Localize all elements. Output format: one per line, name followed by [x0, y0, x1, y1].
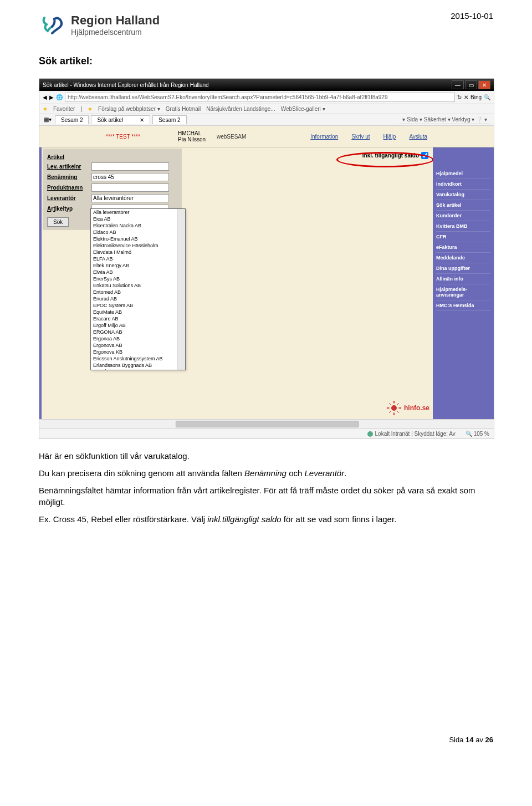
input-produktnamn[interactable] — [91, 183, 169, 192]
label-produktnamn: Produktnamn — [47, 185, 91, 191]
tab-0[interactable]: Sesam 2 — [55, 115, 89, 124]
window-title: Sök artikel - Windows Internet Explorer … — [43, 82, 209, 88]
leverantor-dropdown[interactable]: Alla leverantörerEica ABElcentralen Nack… — [90, 208, 186, 370]
leverantor-option[interactable]: Esshå Elagentur AB — [91, 369, 185, 370]
sidebar-item[interactable]: HMC:s Hemsida — [436, 300, 490, 311]
hinfo-icon — [386, 400, 402, 416]
close-button[interactable]: ✕ — [478, 80, 490, 89]
link-skrivut[interactable]: Skriv ut — [351, 134, 370, 140]
search-engine[interactable]: Bing — [470, 94, 482, 100]
leverantor-option[interactable]: Elevdata i Malmö — [91, 249, 185, 256]
label-lev-artikelnr: Lev. artikelnr — [47, 164, 91, 170]
para-2: Du kan precisera din sökning genom att a… — [39, 467, 493, 479]
leverantor-option[interactable]: ELFA AB — [91, 256, 185, 262]
tab-group-icon[interactable]: ▦▾ — [43, 115, 53, 124]
section-title: Sök artikel: — [39, 55, 493, 67]
svg-point-0 — [391, 405, 397, 411]
leverantor-option[interactable]: Eltek Energy AB — [91, 262, 185, 269]
status-zoom[interactable]: 🔍 105 % — [466, 431, 489, 437]
fav-link-1[interactable]: Gratis Hotmail — [166, 106, 201, 112]
svg-line-6 — [397, 411, 399, 413]
horizontal-scrollbar[interactable] — [39, 419, 494, 428]
label-leverantor: Leverantör — [47, 195, 91, 201]
link-information[interactable]: Information — [310, 134, 338, 140]
fav-link-3[interactable]: WebSlice-galleri ▾ — [281, 106, 325, 112]
input-benamning[interactable] — [91, 173, 169, 181]
body-text: Här är en sökfunktion till vår varukatal… — [39, 450, 493, 525]
sidebar-item[interactable]: CFR — [436, 232, 490, 242]
favorites-label[interactable]: Favoriter — [53, 106, 75, 112]
label-artikeltyp: Artikeltyp — [47, 206, 91, 212]
leverantor-option[interactable]: EquiMate AB — [91, 309, 185, 315]
logo-subtitle: Hjälpmedelscentrum — [71, 28, 160, 37]
leverantor-option[interactable]: Eldaco AB — [91, 229, 185, 236]
sidebar-item[interactable]: Varukatalog — [436, 190, 490, 200]
app-header: **** TEST **** HMCHAL Pia Nilsson webSES… — [39, 126, 494, 147]
logo-title: Region Halland — [71, 13, 160, 28]
label-benamning: Benämning — [47, 174, 91, 180]
maximize-button[interactable]: ▭ — [465, 80, 477, 89]
ie-toolbar[interactable]: ▾ Sida ▾ Säkerhet ▾ Verktyg ▾ ❔ ▾ — [399, 115, 490, 124]
select-leverantor[interactable]: Alla leverantörer — [91, 194, 169, 202]
sidebar-item[interactable]: Hjälpmedel — [436, 169, 490, 179]
leverantor-option[interactable]: Elwia AB — [91, 269, 185, 276]
fav-link-2[interactable]: Närsjukvården Landstinge... — [206, 106, 275, 112]
leverantor-option[interactable]: EPOC System AB — [91, 302, 185, 309]
hinfo-logo[interactable]: hinfo.se — [386, 400, 429, 416]
svg-line-8 — [397, 403, 399, 405]
leverantor-option[interactable]: Entomed AB — [91, 289, 185, 295]
input-lev-artikelnr[interactable] — [91, 162, 169, 171]
search-icon[interactable]: 🔍 — [484, 94, 490, 100]
sidebar-item[interactable]: Meddelande — [436, 253, 490, 263]
leverantor-option[interactable]: Alla leverantörer — [91, 209, 185, 216]
minimize-button[interactable]: — — [452, 80, 464, 89]
leverantor-option[interactable]: Ericsson Anslutningssystem AB — [91, 355, 185, 362]
tab-2[interactable]: Sesam 2 — [152, 115, 186, 124]
sidebar-item[interactable]: Kundorder — [436, 211, 490, 221]
link-avsluta[interactable]: Avsluta — [409, 134, 427, 140]
zone-icon — [367, 431, 373, 437]
leverantor-option[interactable]: Ergonoa AB — [91, 335, 185, 342]
leverantor-option[interactable]: Elektronikservice Hässleholm — [91, 242, 185, 249]
app-brand: webSESAM — [217, 134, 246, 140]
sok-button[interactable]: Sök — [47, 217, 69, 227]
sidebar-item[interactable]: Individkort — [436, 179, 490, 190]
globe-icon: 🌐 — [56, 94, 63, 100]
tab-1[interactable]: Sök artikel ✕ — [91, 115, 150, 124]
leverantor-option[interactable]: Ergonova KB — [91, 349, 185, 355]
para-1: Här är en sökfunktion till vår varukatal… — [39, 450, 493, 462]
nav-fwd-icon[interactable]: ▶ — [49, 94, 54, 100]
leverantor-option[interactable]: Elektro-Emanuel AB — [91, 236, 185, 242]
svg-line-7 — [389, 411, 391, 413]
leverantor-option[interactable]: ERGONA AB — [91, 329, 185, 335]
user-code: HMCHAL — [178, 130, 206, 136]
leverantor-option[interactable]: Eracare AB — [91, 315, 185, 322]
sidebar-item[interactable]: eFaktura — [436, 242, 490, 253]
leverantor-option[interactable]: Ergonova AB — [91, 342, 185, 349]
sidebar-item[interactable]: Dina uppgifter — [436, 263, 490, 274]
saldo-checkbox[interactable] — [421, 152, 428, 159]
sidebar-item[interactable]: Sök artikel — [436, 200, 490, 211]
refresh-icon[interactable]: ↻ — [457, 94, 462, 100]
link-hjalp[interactable]: Hjälp — [383, 134, 396, 140]
leverantor-option[interactable]: Enurad AB — [91, 295, 185, 302]
leverantor-option[interactable]: Ergoff Miljö AB — [91, 322, 185, 329]
leverantor-option[interactable]: Erlandssons Byggnads AB — [91, 362, 185, 369]
leverantor-option[interactable]: Elcentralen Nacka AB — [91, 222, 185, 229]
sidebar-item[interactable]: Allmän info — [436, 274, 490, 284]
favorites-star-icon[interactable]: ★ — [43, 106, 48, 112]
svg-point-9 — [393, 401, 395, 403]
saldo-checkbox-wrap: Inkl. tillgängligt saldo — [362, 152, 428, 159]
sidebar-item[interactable]: Hjälpmedels-anvisningar — [436, 284, 490, 300]
address-bar[interactable]: http://websesam.lthalland.se/WebSesamS2.… — [65, 93, 455, 102]
leverantor-option[interactable]: Eica AB — [91, 216, 185, 222]
svg-point-12 — [399, 407, 401, 409]
sidebar-item[interactable]: Kvittera BMB — [436, 221, 490, 232]
leverantor-option[interactable]: Enkatsu Solutions AB — [91, 282, 185, 289]
nav-back-icon[interactable]: ◀ — [43, 94, 47, 100]
test-label: **** TEST **** — [106, 134, 140, 140]
dropdown-scrollbar[interactable] — [177, 209, 185, 370]
fav-link-0[interactable]: Förslag på webbplatser ▾ — [98, 106, 160, 112]
stop-icon[interactable]: ✕ — [464, 94, 468, 100]
leverantor-option[interactable]: EnerSys AB — [91, 276, 185, 282]
